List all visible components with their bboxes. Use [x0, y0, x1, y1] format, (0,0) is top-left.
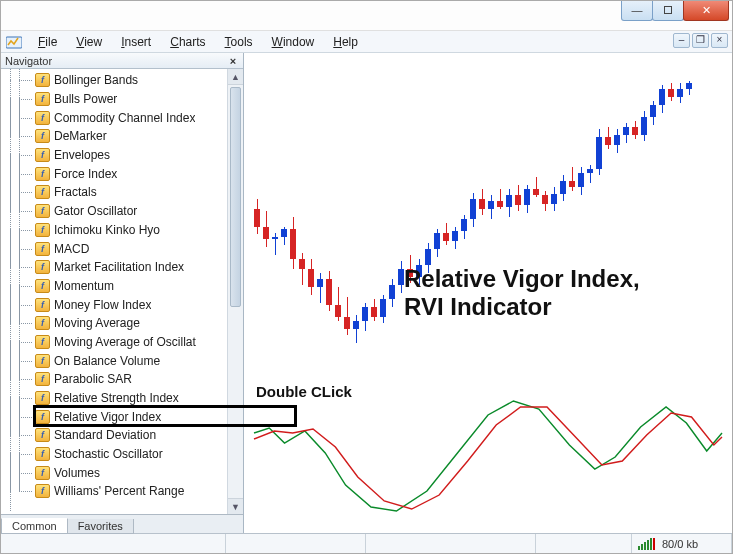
- status-cell-2: [226, 534, 366, 553]
- connection-label: 80/0 kb: [662, 538, 698, 550]
- indicator-item[interactable]: Momentum: [3, 277, 227, 296]
- indicator-label: Standard Deviation: [54, 428, 156, 442]
- indicator-label: Parabolic SAR: [54, 372, 132, 386]
- indicator-item[interactable]: DeMarker: [3, 127, 227, 146]
- indicator-item[interactable]: Gator Oscillator: [3, 202, 227, 221]
- indicator-icon: [35, 92, 50, 106]
- indicator-icon: [35, 391, 50, 405]
- indicator-icon: [35, 466, 50, 480]
- mdi-restore-button[interactable]: ❐: [692, 33, 709, 48]
- menu-insert[interactable]: Insert: [112, 33, 161, 51]
- indicator-label: Envelopes: [54, 148, 110, 162]
- svg-rect-0: [6, 37, 22, 48]
- indicator-label: Volumes: [54, 466, 100, 480]
- window-maximize-button[interactable]: [652, 1, 684, 21]
- indicator-icon: [35, 223, 50, 237]
- status-connection: 80/0 kb: [632, 534, 732, 553]
- window-close-button[interactable]: ✕: [683, 1, 729, 21]
- tab-favorites[interactable]: Favorites: [67, 519, 134, 534]
- indicator-item[interactable]: Money Flow Index: [3, 295, 227, 314]
- indicator-item[interactable]: Force Index: [3, 164, 227, 183]
- indicator-item[interactable]: Moving Average: [3, 314, 227, 333]
- indicator-item[interactable]: Volumes: [3, 463, 227, 482]
- indicator-label: Gator Oscillator: [54, 204, 137, 218]
- indicator-item[interactable]: MACD: [3, 239, 227, 258]
- indicator-item[interactable]: Standard Deviation: [3, 426, 227, 445]
- indicator-item[interactable]: Relative Vigor Index: [3, 407, 227, 426]
- mdi-minimize-button[interactable]: –: [673, 33, 690, 48]
- window-titlebar: — ✕: [1, 1, 732, 31]
- indicator-label: Stochastic Oscillator: [54, 447, 163, 461]
- indicator-item[interactable]: Parabolic SAR: [3, 370, 227, 389]
- indicator-icon: [35, 148, 50, 162]
- navigator-scrollbar[interactable]: ▲ ▼: [227, 69, 243, 514]
- chart-annotation-title: Relative Vigor Index, RVI Indicator: [404, 265, 640, 321]
- connection-bars-icon: [638, 538, 656, 550]
- indicator-icon: [35, 204, 50, 218]
- indicator-label: Money Flow Index: [54, 298, 151, 312]
- indicator-item[interactable]: Envelopes: [3, 146, 227, 165]
- indicator-icon: [35, 279, 50, 293]
- indicator-label: Moving Average: [54, 316, 140, 330]
- indicator-icon: [35, 447, 50, 461]
- indicator-icon: [35, 260, 50, 274]
- indicator-item[interactable]: Moving Average of Oscillat: [3, 333, 227, 352]
- indicator-item[interactable]: Fractals: [3, 183, 227, 202]
- indicator-label: Bulls Power: [54, 92, 117, 106]
- indicator-icon: [35, 316, 50, 330]
- indicator-label: Moving Average of Oscillat: [54, 335, 196, 349]
- menubar: File View Insert Charts Tools Window Hel…: [1, 31, 732, 53]
- tab-common[interactable]: Common: [1, 518, 68, 534]
- navigator-tree[interactable]: Bollinger BandsBulls PowerCommodity Chan…: [1, 69, 227, 514]
- navigator-title-label: Navigator: [5, 55, 52, 67]
- app-icon: [5, 34, 23, 50]
- menu-charts[interactable]: Charts: [161, 33, 215, 51]
- indicator-icon: [35, 335, 50, 349]
- indicator-icon: [35, 372, 50, 386]
- status-cell-3: [366, 534, 536, 553]
- indicator-icon: [35, 185, 50, 199]
- indicator-label: Williams' Percent Range: [54, 484, 184, 498]
- menu-help[interactable]: Help: [324, 33, 368, 51]
- indicator-icon: [35, 298, 50, 312]
- indicator-item[interactable]: Williams' Percent Range: [3, 482, 227, 501]
- indicator-item[interactable]: Bulls Power: [3, 90, 227, 109]
- indicator-icon: [35, 242, 50, 256]
- navigator-close-button[interactable]: ×: [227, 55, 239, 67]
- scroll-up-icon[interactable]: ▲: [228, 69, 243, 85]
- mdi-close-button[interactable]: ×: [711, 33, 728, 48]
- indicator-label: Relative Strength Index: [54, 391, 179, 405]
- indicator-item[interactable]: Stochastic Oscillator: [3, 445, 227, 464]
- indicator-icon: [35, 410, 50, 424]
- indicator-icon: [35, 111, 50, 125]
- navigator-panel: Navigator × Bollinger BandsBulls PowerCo…: [1, 53, 244, 533]
- indicator-label: Commodity Channel Index: [54, 111, 195, 125]
- indicator-item[interactable]: On Balance Volume: [3, 351, 227, 370]
- indicator-item[interactable]: Market Facilitation Index: [3, 258, 227, 277]
- indicator-icon: [35, 129, 50, 143]
- indicator-label: Relative Vigor Index: [54, 410, 161, 424]
- scroll-down-icon[interactable]: ▼: [228, 498, 243, 514]
- indicator-icon: [35, 484, 50, 498]
- window-minimize-button[interactable]: —: [621, 1, 653, 21]
- indicator-icon: [35, 167, 50, 181]
- indicator-label: Ichimoku Kinko Hyo: [54, 223, 160, 237]
- indicator-item[interactable]: Ichimoku Kinko Hyo: [3, 221, 227, 240]
- indicator-icon: [35, 354, 50, 368]
- indicator-icon: [35, 428, 50, 442]
- scroll-thumb[interactable]: [230, 87, 241, 307]
- chart-area[interactable]: Relative Vigor Index, RVI Indicator Doub…: [244, 53, 732, 533]
- indicator-item[interactable]: Relative Strength Index: [3, 389, 227, 408]
- menu-view[interactable]: View: [67, 33, 112, 51]
- rvi-indicator-pane: [254, 373, 722, 528]
- navigator-titlebar: Navigator ×: [1, 53, 243, 69]
- menu-file[interactable]: File: [29, 33, 67, 51]
- indicator-label: Fractals: [54, 185, 97, 199]
- indicator-item[interactable]: Commodity Channel Index: [3, 108, 227, 127]
- indicator-label: Momentum: [54, 279, 114, 293]
- menu-window[interactable]: Window: [263, 33, 325, 51]
- menu-tools[interactable]: Tools: [216, 33, 263, 51]
- indicator-label: On Balance Volume: [54, 354, 160, 368]
- navigator-tabs: Common Favorites: [1, 514, 243, 533]
- indicator-item[interactable]: Bollinger Bands: [3, 71, 227, 90]
